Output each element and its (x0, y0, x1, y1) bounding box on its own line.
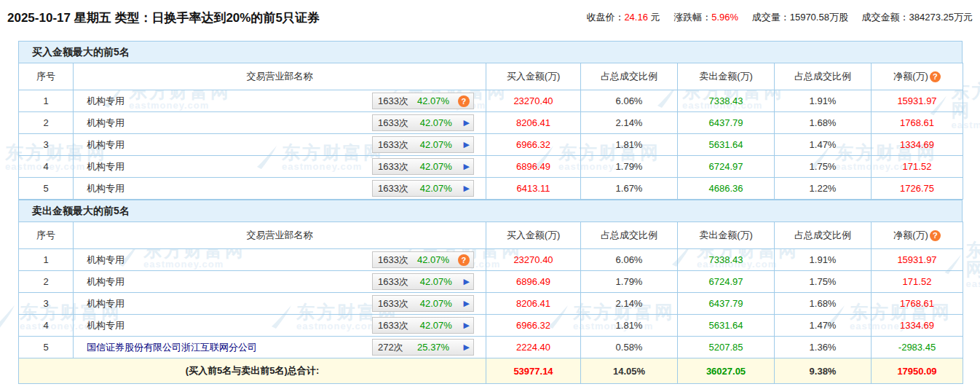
total-buy-ratio: 14.05% (581, 358, 678, 384)
page-header: 2025-10-17 星期五 类型：日换手率达到20%的前5只证券 收盘价：24… (0, 0, 980, 41)
trade-pct: 42.07% (420, 276, 452, 287)
change-pct-stat: 涨跌幅：5.96% (673, 12, 738, 23)
dept-name: 机构专用 (87, 95, 125, 108)
total-sell-amount: 36027.05 (678, 358, 775, 384)
sell-amount: 5631.64 (678, 134, 775, 156)
trade-pct: 42.07% (420, 161, 452, 172)
table-header-row: 序号 交易营业部名称 买入金额(万) 占总成交比例 卖出金额(万) 占总成交比例… (19, 222, 963, 249)
buy-ratio: 2.14% (581, 293, 678, 315)
turnover-stat: 成交金额：384273.25万元 (862, 12, 973, 23)
trade-count: 272次 (378, 341, 403, 354)
table-row: 4 机构专用 1633次 42.07% ▶ 6896.49 1.79% 6724… (19, 156, 963, 178)
trade-count-badge[interactable]: 1633次 42.07% ? (372, 251, 474, 268)
col-dept-name: 交易营业部名称 (74, 63, 486, 90)
dept-name: 机构专用 (87, 254, 125, 267)
buy-ratio: 6.06% (581, 90, 678, 112)
section-buy: 买入金额最大的前5名 序号 交易营业部名称 买入金额(万) 占总成交比例 卖出金… (0, 41, 980, 200)
total-buy-amount: 53977.14 (486, 358, 581, 384)
col-buy-amount: 买入金额(万) (486, 63, 581, 90)
buy-amount: 6896.49 (486, 271, 581, 293)
trade-count-badge[interactable]: 1633次 42.07% ▶ (372, 136, 474, 153)
table-row: 4 机构专用 1633次 42.07% ▶ 6966.32 1.81% 5631… (19, 315, 963, 337)
expand-arrow-icon[interactable]: ▶ (464, 277, 470, 286)
dept-name: 机构专用 (87, 160, 125, 173)
buy-ratio: 0.58% (581, 337, 678, 358)
buy-amount: 23270.40 (486, 249, 581, 271)
table-row: 2 机构专用 1633次 42.07% ▶ 8206.41 2.14% 6437… (19, 112, 963, 134)
trade-count: 1633次 (378, 182, 408, 195)
trade-pct: 42.07% (420, 117, 452, 128)
expand-arrow-icon[interactable]: ▶ (464, 342, 470, 352)
col-sell-amount: 卖出金额(万) (678, 222, 775, 249)
expand-arrow-icon[interactable]: ▶ (464, 118, 470, 128)
sell-amount: 5207.85 (678, 337, 775, 358)
expand-arrow-icon[interactable]: ▶ (464, 184, 470, 193)
trade-count-badge[interactable]: 1633次 42.07% ▶ (372, 114, 474, 131)
table-row: 5 机构专用 1633次 42.07% ▶ 6413.11 1.67% 4686… (19, 178, 963, 200)
table-header-row: 序号 交易营业部名称 买入金额(万) 占总成交比例 卖出金额(万) 占总成交比例… (19, 63, 963, 90)
sell-ratio: 1.91% (775, 249, 872, 271)
buy-table-body: 1 机构专用 1633次 42.07% ? 23270.40 6.06% 733… (19, 90, 963, 200)
trade-pct: 42.07% (420, 298, 452, 309)
sell-table: 序号 交易营业部名称 买入金额(万) 占总成交比例 卖出金额(万) 占总成交比例… (18, 222, 963, 384)
buy-ratio: 1.79% (581, 156, 678, 178)
net-amount: -2983.45 (872, 337, 963, 358)
col-sell-ratio: 占总成交比例 (775, 63, 872, 90)
buy-amount: 6896.49 (486, 156, 581, 178)
trade-count: 1633次 (378, 254, 408, 267)
trade-count: 1633次 (378, 117, 408, 130)
total-sell-ratio: 9.38% (775, 358, 872, 384)
sell-ratio: 1.91% (775, 90, 872, 112)
trade-count-badge[interactable]: 272次 25.37% ▶ (372, 339, 474, 356)
col-sell-ratio: 占总成交比例 (775, 222, 872, 249)
help-icon[interactable]: ? (458, 254, 470, 266)
section-title: 卖出金额最大的前5名 (18, 200, 963, 222)
trade-count: 1633次 (378, 138, 408, 152)
trade-count-badge[interactable]: 1633次 42.07% ▶ (372, 158, 474, 175)
sell-ratio: 1.75% (775, 156, 872, 178)
sell-ratio: 1.75% (775, 271, 872, 293)
buy-amount: 2224.40 (486, 337, 581, 358)
table-row: 1 机构专用 1633次 42.07% ? 23270.40 6.06% 733… (19, 90, 963, 112)
buy-ratio: 1.81% (581, 315, 678, 337)
net-help-icon[interactable]: ? (930, 71, 941, 82)
trade-pct: 25.37% (417, 342, 449, 353)
section-title: 买入金额最大的前5名 (18, 41, 963, 63)
sell-amount: 4686.36 (678, 178, 775, 200)
trade-count-badge[interactable]: 1633次 42.07% ▶ (372, 317, 474, 334)
expand-arrow-icon[interactable]: ▶ (464, 299, 470, 308)
net-amount: 1726.75 (872, 178, 963, 200)
net-amount: 171.52 (872, 271, 963, 293)
col-net-amount: 净额(万)? (872, 63, 963, 90)
sell-ratio: 1.68% (775, 112, 872, 134)
sell-amount: 7338.43 (678, 249, 775, 271)
expand-arrow-icon[interactable]: ▶ (464, 140, 470, 149)
page-title: 2025-10-17 星期五 类型：日换手率达到20%的前5只证券 (7, 9, 320, 26)
table-row: 5 国信证券股份有限公司浙江互联网分公司 272次 25.37% ▶ 2224.… (19, 337, 963, 358)
trade-count-badge[interactable]: 1633次 42.07% ▶ (372, 180, 474, 197)
help-icon[interactable]: ? (458, 95, 470, 107)
sell-ratio: 1.47% (775, 315, 872, 337)
buy-ratio: 1.81% (581, 134, 678, 156)
trade-pct: 42.07% (417, 95, 449, 106)
row-index: 5 (19, 337, 74, 358)
net-help-icon[interactable]: ? (930, 230, 941, 241)
trade-count-badge[interactable]: 1633次 42.07% ▶ (372, 273, 474, 290)
dept-name[interactable]: 国信证券股份有限公司浙江互联网分公司 (87, 341, 257, 354)
net-amount: 15931.97 (872, 90, 963, 112)
buy-amount: 8206.41 (486, 293, 581, 315)
trade-count-badge[interactable]: 1633次 42.07% ? (372, 93, 474, 109)
total-label: (买入前5名与卖出前5名)总合计: (19, 358, 486, 384)
buy-amount: 8206.41 (486, 112, 581, 134)
expand-arrow-icon[interactable]: ▶ (464, 321, 470, 330)
expand-arrow-icon[interactable]: ▶ (464, 162, 470, 171)
sell-table-body: 1 机构专用 1633次 42.07% ? 23270.40 6.06% 733… (19, 249, 963, 358)
net-amount: 15931.97 (872, 249, 963, 271)
trade-count-badge[interactable]: 1633次 42.07% ▶ (372, 295, 474, 312)
close-price-stat: 收盘价：24.16 元 (586, 12, 660, 23)
net-amount: 1334.69 (872, 134, 963, 156)
net-amount: 1768.61 (872, 112, 963, 134)
trade-pct: 42.07% (420, 183, 452, 194)
dept-name: 机构专用 (87, 138, 125, 152)
row-index: 5 (19, 178, 74, 200)
